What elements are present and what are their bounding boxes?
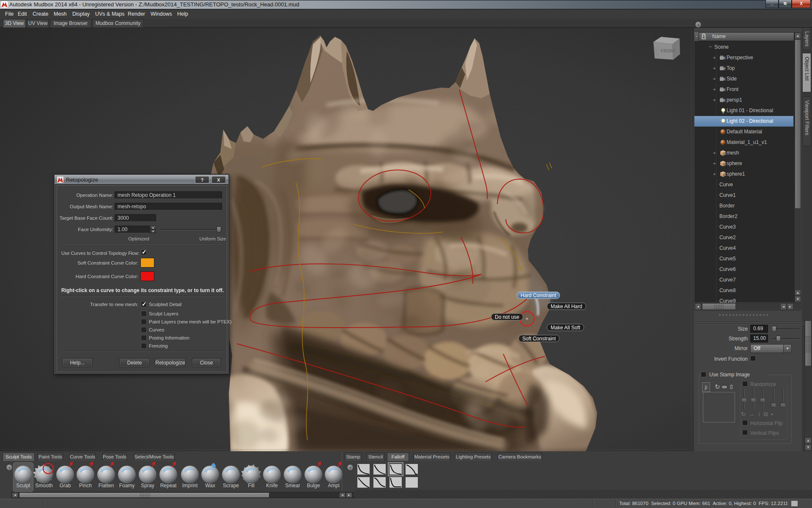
- svg-text:FRONT: FRONT: [661, 48, 676, 53]
